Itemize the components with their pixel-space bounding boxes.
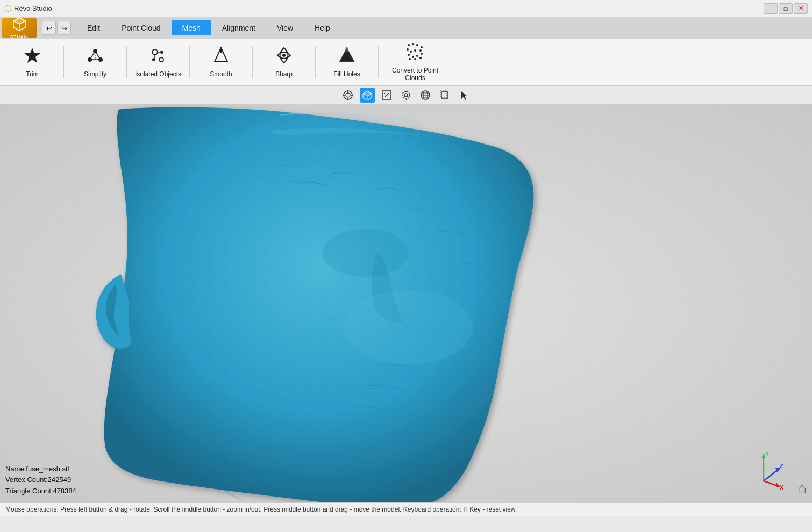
svg-point-33 [408, 54, 410, 56]
app-title: Revo Studio [14, 4, 52, 12]
app-icon: ⬡ [4, 3, 12, 13]
menu-items: Edit Point Cloud Mesh Alignment View Hel… [76, 20, 341, 35]
globe-view-button[interactable] [418, 88, 433, 103]
simplify-icon [86, 46, 105, 67]
statusbar: Mouse operations: Press left button & dr… [0, 502, 812, 516]
smooth-tool[interactable]: Smooth [194, 40, 248, 83]
svg-point-39 [419, 57, 422, 59]
svg-point-37 [414, 58, 416, 60]
fill-holes-icon [337, 46, 357, 67]
smooth-label: Smooth [210, 70, 232, 78]
svg-text:Y: Y [765, 451, 770, 457]
sharp-label: Sharp [275, 70, 293, 78]
crop-view-button[interactable] [437, 88, 452, 103]
toolbar-divider-6 [378, 46, 379, 78]
menu-pointcloud[interactable]: Point Cloud [111, 20, 171, 35]
minimize-button[interactable]: ─ [764, 3, 778, 14]
sharp-icon [274, 46, 294, 67]
fill-holes-tool[interactable]: Fill Holes [320, 40, 374, 83]
svg-point-41 [346, 93, 350, 97]
menu-help[interactable]: Help [304, 20, 341, 35]
menu-alignment[interactable]: Alignment [211, 20, 266, 35]
app-logo: STUdIo [2, 18, 37, 38]
simplify-label: Simplify [84, 70, 106, 78]
undo-button[interactable]: ↩ [42, 21, 56, 35]
convert-to-point-clouds-tool[interactable]: Convert to Point Clouds [383, 40, 447, 83]
3d-viewport[interactable]: Name:fuse_mesh.stl Vertex Count:242549 T… [0, 104, 812, 502]
svg-point-36 [421, 53, 423, 55]
toolbar-divider-1 [63, 46, 64, 78]
svg-point-50 [404, 94, 408, 97]
svg-point-60 [323, 229, 409, 277]
svg-point-15 [152, 58, 155, 61]
model-name: Name:fuse_mesh.stl [5, 464, 76, 475]
solid-view-button[interactable] [360, 88, 375, 103]
svg-line-65 [764, 469, 779, 481]
trim-tool[interactable]: Trim [5, 40, 59, 83]
convert-to-point-clouds-icon [405, 42, 425, 63]
window-controls: ─ □ ✕ [764, 3, 808, 14]
svg-line-10 [95, 51, 101, 60]
svg-point-29 [407, 48, 409, 51]
svg-point-35 [416, 55, 418, 57]
svg-point-14 [160, 51, 163, 54]
titlebar: ⬡ Revo Studio ─ □ ✕ [0, 0, 812, 17]
logo-text: STUdIo [10, 34, 29, 39]
svg-marker-5 [24, 48, 40, 63]
svg-point-16 [159, 57, 163, 62]
isolated-objects-tool[interactable]: Isolated Objects [131, 40, 185, 83]
status-text: Mouse operations: Press left button & dr… [5, 506, 517, 513]
settings-view-button[interactable] [398, 88, 414, 103]
svg-point-38 [409, 58, 411, 60]
wireframe-view-button[interactable] [379, 88, 394, 103]
toolbar-divider-2 [126, 46, 127, 78]
toolbar-divider-3 [189, 46, 190, 78]
svg-point-32 [419, 49, 422, 52]
svg-marker-1 [13, 18, 25, 24]
trim-icon [23, 46, 42, 67]
svg-text:Z: Z [780, 463, 783, 469]
logo-icon [12, 17, 26, 34]
trim-label: Trim [26, 70, 39, 78]
fill-holes-label: Fill Holes [333, 70, 360, 78]
menu-mesh[interactable]: Mesh [172, 20, 211, 35]
svg-point-25 [408, 44, 410, 46]
sharp-tool[interactable]: Sharp [257, 40, 311, 83]
vertex-count: Vertex Count:242549 [5, 475, 76, 486]
target-view-button[interactable] [340, 88, 355, 103]
toolbar: Trim Simplify [0, 39, 812, 86]
svg-point-22 [282, 54, 286, 57]
select-view-button[interactable] [457, 88, 472, 103]
maximize-button[interactable]: □ [779, 3, 793, 14]
toolbar-divider-4 [252, 46, 253, 78]
svg-point-61 [344, 290, 473, 364]
svg-point-26 [412, 43, 414, 45]
menubar: STUdIo ↩ ↪ Edit Point Cloud Mesh Alignme… [0, 17, 812, 39]
smooth-icon [211, 46, 231, 67]
convert-to-point-clouds-label: Convert to Point Clouds [385, 67, 445, 82]
svg-point-13 [152, 49, 158, 55]
svg-point-30 [410, 51, 412, 53]
svg-point-34 [412, 56, 414, 58]
undo-redo-group: ↩ ↪ [42, 21, 71, 35]
home-button[interactable]: ⌂ [797, 480, 807, 497]
svg-point-51 [402, 91, 410, 99]
menu-edit[interactable]: Edit [76, 20, 111, 35]
close-button[interactable]: ✕ [794, 3, 808, 14]
toolbar-divider-5 [315, 46, 316, 78]
simplify-tool[interactable]: Simplify [68, 40, 122, 83]
svg-point-24 [345, 47, 348, 53]
svg-point-27 [416, 44, 418, 46]
svg-text:X: X [780, 484, 784, 491]
model-info: Name:fuse_mesh.stl Vertex Count:242549 T… [5, 464, 76, 497]
mesh-display [0, 104, 812, 502]
menu-view[interactable]: View [266, 20, 304, 35]
svg-line-9 [90, 51, 95, 60]
isolated-objects-icon [148, 46, 168, 67]
svg-marker-21 [219, 47, 223, 51]
triangle-count: Triangle Count:478384 [5, 486, 76, 497]
svg-point-31 [414, 49, 416, 52]
redo-button[interactable]: ↪ [57, 21, 71, 35]
isolated-objects-label: Isolated Objects [135, 70, 181, 78]
viewtoolbar [0, 86, 812, 104]
